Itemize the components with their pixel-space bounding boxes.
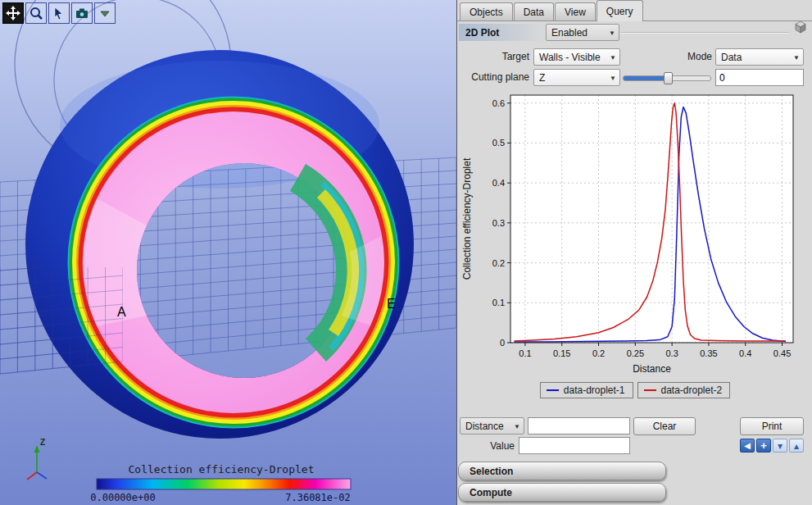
chevron-down-icon: ▼ (609, 30, 615, 37)
svg-text:0: 0 (500, 338, 505, 348)
section-header-compute[interactable]: Compute (458, 483, 666, 502)
plot-2d: 0.10.150.20.250.30.350.40.4500.10.20.30.… (459, 90, 811, 382)
section-header-selection[interactable]: Selection (458, 462, 666, 480)
svg-text:0.4: 0.4 (492, 178, 505, 188)
svg-text:0.6: 0.6 (492, 98, 505, 108)
series-color-swatch (547, 389, 559, 391)
zoom-tool-button[interactable] (25, 2, 47, 24)
nav-up-button[interactable]: ▴ (789, 439, 804, 453)
legend-item[interactable]: data-droplet-2 (637, 382, 731, 398)
triad-z-label: Z (40, 438, 45, 447)
snapshot-button[interactable] (71, 2, 93, 24)
svg-text:0.3: 0.3 (492, 218, 505, 228)
colorbar-min-value: 0.00000e+00 (72, 492, 174, 503)
enabled-select[interactable]: Enabled ▼ (546, 24, 619, 41)
svg-text:0.25: 0.25 (627, 348, 644, 358)
svg-text:0.2: 0.2 (492, 258, 505, 268)
cutting-plane-label: Cutting plane (457, 71, 529, 83)
select-tool-button[interactable] (48, 2, 70, 24)
svg-text:0.3: 0.3 (665, 348, 678, 358)
svg-text:Collection efficiency-Droplet: Collection efficiency-Droplet (461, 157, 473, 280)
tab-objects[interactable]: Objects (460, 2, 513, 20)
cutting-plane-position-input[interactable] (715, 69, 804, 86)
nav-back-button[interactable]: ◀ (740, 439, 755, 453)
slider-handle[interactable] (664, 72, 673, 84)
plot-legend: data-droplet-1 data-droplet-2 (457, 382, 812, 398)
svg-text:0.45: 0.45 (773, 348, 791, 358)
plot-section-title: 2D Plot (459, 24, 546, 41)
dropdown-triangle-icon (98, 6, 112, 20)
magnifier-icon (29, 6, 43, 20)
legend-item[interactable]: data-droplet-1 (540, 382, 633, 398)
viewport-canvas[interactable] (0, 0, 456, 505)
plus-icon: + (760, 440, 767, 451)
chevron-up-icon: ▴ (794, 441, 799, 451)
tab-query[interactable]: Query (597, 0, 643, 21)
chevron-down-icon: ▾ (778, 441, 783, 451)
svg-text:0.15: 0.15 (553, 348, 570, 358)
camera-icon (75, 6, 89, 20)
cutting-plane-slider[interactable] (623, 74, 711, 84)
plot-canvas: 0.10.150.20.250.30.350.40.4500.10.20.30.… (459, 90, 806, 379)
svg-text:0.4: 0.4 (739, 348, 751, 358)
header-groove (621, 32, 789, 34)
svg-text:0.2: 0.2 (592, 348, 605, 358)
surface-label-e: E (387, 297, 396, 312)
pan-icon (6, 6, 20, 20)
print-button[interactable]: Print (740, 417, 804, 435)
application-window: A E Z Collection efficiency-Droplet 0.00… (0, 0, 812, 505)
tab-bar: Objects Data View Query (460, 0, 810, 21)
back-icon: ◀ (744, 442, 751, 450)
svg-text:0.35: 0.35 (700, 348, 717, 358)
colorbar-title: Collection efficiency-Droplet (90, 463, 352, 475)
control-panel: Objects Data View Query 2D Plot Enabled … (456, 0, 812, 505)
svg-text:Distance: Distance (633, 363, 671, 375)
svg-text:0.1: 0.1 (519, 348, 531, 358)
pan-tool-button[interactable] (2, 2, 24, 24)
cursor-icon (52, 6, 66, 20)
clear-button[interactable]: Clear (633, 417, 696, 435)
mode-label: Mode (681, 51, 712, 62)
cube-icon[interactable] (794, 20, 807, 34)
target-select[interactable]: Walls - Visible ▼ (533, 48, 620, 66)
nav-zoom-in-button[interactable]: + (756, 439, 771, 453)
tab-data[interactable]: Data (514, 2, 554, 20)
tool-options-button[interactable] (94, 2, 116, 24)
svg-text:0.1: 0.1 (492, 298, 505, 307)
mode-select[interactable]: Data ▼ (715, 48, 804, 66)
nav-down-button[interactable]: ▾ (773, 439, 787, 453)
surface-label-a: A (117, 305, 126, 320)
query-value-input[interactable] (519, 437, 630, 454)
query-distance-input[interactable] (528, 417, 630, 434)
value-label: Value (457, 440, 515, 452)
plot-nav-buttons: ◀ + ▾ ▴ (740, 439, 804, 453)
tab-view[interactable]: View (555, 2, 596, 20)
chevron-down-icon: ▼ (793, 54, 800, 61)
query-axis-select[interactable]: Distance ▼ (460, 417, 524, 434)
svg-text:0.5: 0.5 (492, 138, 505, 148)
chevron-down-icon: ▼ (610, 54, 616, 61)
cutting-plane-axis-select[interactable]: Z ▼ (533, 69, 620, 86)
series-color-swatch (644, 389, 656, 391)
viewport-toolbar (2, 2, 116, 24)
colorbar (97, 479, 351, 489)
chevron-down-icon: ▼ (514, 423, 520, 430)
colorbar-max-value: 7.36081e-02 (267, 492, 369, 503)
viewport-3d: A E Z Collection efficiency-Droplet 0.00… (0, 0, 456, 505)
target-label: Target (457, 51, 529, 62)
chevron-down-icon: ▼ (610, 75, 616, 82)
